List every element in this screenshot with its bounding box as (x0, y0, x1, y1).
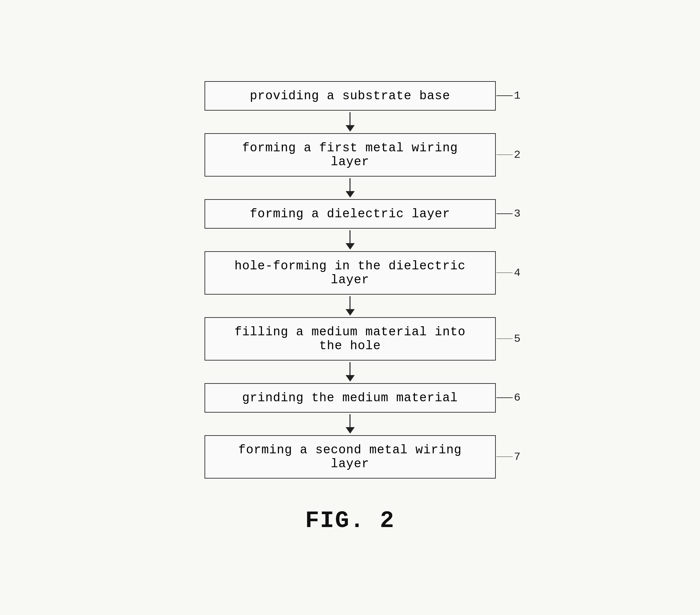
step-box-6: grinding the medium material 6 (204, 383, 496, 413)
arrow-line-6 (350, 414, 350, 427)
step-label-1: providing a substrate base (250, 89, 450, 103)
step-box-5: filling a medium material into the hole … (204, 317, 496, 360)
step-label-7: forming a second metal wiring layer (238, 443, 462, 471)
arrow-down-6 (346, 414, 355, 434)
arrow-5 (156, 360, 544, 383)
step-label-6: grinding the medium material (242, 391, 458, 405)
step-label-2: forming a first metal wiring layer (242, 141, 458, 169)
step-row-5: filling a medium material into the hole … (156, 317, 544, 360)
step-box-1: providing a substrate base 1 (204, 81, 496, 111)
step-number-6: 6 (497, 392, 521, 404)
arrow-head-6 (346, 427, 355, 434)
step-box-3: forming a dielectric layer 3 (204, 199, 496, 229)
arrow-6 (156, 413, 544, 435)
step-row-2: forming a first metal wiring layer 2 (156, 133, 544, 177)
step-row-1: providing a substrate base 1 (156, 81, 544, 111)
arrow-head-3 (346, 243, 355, 249)
step-number-1: 1 (497, 90, 521, 102)
step-number-4: 4 (497, 267, 521, 279)
arrow-down-2 (346, 178, 355, 197)
figure-label: FIG. 2 (305, 508, 395, 534)
step-number-7: 7 (497, 451, 521, 463)
arrow-line-1 (350, 112, 350, 125)
arrow-line-3 (350, 230, 350, 243)
diagram-container: providing a substrate base 1 forming a f… (156, 81, 544, 534)
step-label-5: filling a medium material into the hole (234, 325, 465, 353)
step-row-7: forming a second metal wiring layer 7 (156, 435, 544, 478)
arrow-line-4 (350, 296, 350, 309)
step-row-3: forming a dielectric layer 3 (156, 199, 544, 229)
step-label-4: hole-forming in the dielectric layer (234, 259, 465, 287)
step-row-4: hole-forming in the dielectric layer 4 (156, 251, 544, 295)
step-box-7: forming a second metal wiring layer 7 (204, 435, 496, 478)
arrow-head-1 (346, 125, 355, 132)
arrow-2 (156, 177, 544, 199)
arrow-3 (156, 229, 544, 251)
arrow-1 (156, 111, 544, 133)
arrow-line-5 (350, 362, 350, 375)
step-number-5: 5 (497, 333, 521, 345)
step-box-4: hole-forming in the dielectric layer 4 (204, 251, 496, 295)
arrow-head-2 (346, 191, 355, 197)
step-label-3: forming a dielectric layer (250, 207, 450, 221)
arrow-down-4 (346, 296, 355, 316)
arrow-head-5 (346, 375, 355, 382)
step-number-3: 3 (497, 208, 521, 220)
page-container: providing a substrate base 1 forming a f… (0, 0, 700, 615)
arrow-line-2 (350, 178, 350, 191)
step-box-2: forming a first metal wiring layer 2 (204, 133, 496, 177)
arrow-down-1 (346, 112, 355, 132)
arrow-4 (156, 295, 544, 317)
arrow-head-4 (346, 309, 355, 316)
arrow-down-5 (346, 362, 355, 382)
step-row-6: grinding the medium material 6 (156, 383, 544, 413)
step-number-2: 2 (497, 149, 521, 161)
arrow-down-3 (346, 230, 355, 249)
